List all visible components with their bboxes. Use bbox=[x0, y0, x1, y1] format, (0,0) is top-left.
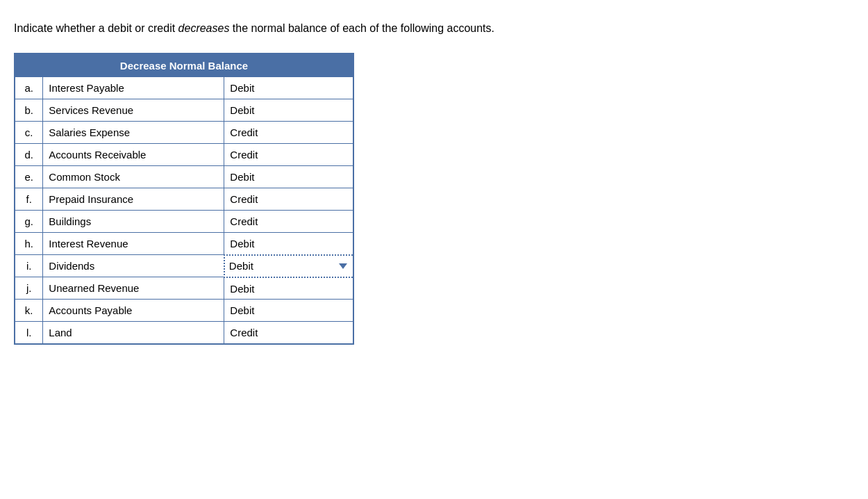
instruction-text: Indicate whether a debit or credit decre… bbox=[14, 21, 854, 36]
row-account: Prepaid Insurance bbox=[43, 188, 224, 211]
row-account: Land bbox=[43, 322, 224, 345]
row-letter: a. bbox=[15, 77, 43, 99]
row-value: Debit bbox=[224, 233, 353, 255]
row-account: Services Revenue bbox=[43, 99, 224, 122]
row-account: Interest Revenue bbox=[43, 233, 224, 255]
table-row: g.BuildingsCredit bbox=[15, 211, 353, 233]
row-letter: c. bbox=[15, 122, 43, 144]
row-account: Dividends bbox=[43, 255, 224, 277]
table-row: j.Unearned RevenueDebit bbox=[15, 277, 353, 300]
row-account: Common Stock bbox=[43, 166, 224, 188]
main-table-container: Decrease Normal Balance a.Interest Payab… bbox=[14, 53, 354, 345]
row-account: Unearned Revenue bbox=[43, 277, 224, 300]
row-letter: d. bbox=[15, 144, 43, 166]
row-value: Debit bbox=[224, 99, 353, 122]
table-header: Decrease Normal Balance bbox=[15, 54, 353, 77]
row-letter: i. bbox=[15, 255, 43, 277]
table-row: a.Interest PayableDebit bbox=[15, 77, 353, 99]
row-letter: h. bbox=[15, 233, 43, 255]
row-value-text: Debit bbox=[229, 260, 253, 272]
table-row: d.Accounts ReceivableCredit bbox=[15, 144, 353, 166]
table-row: k.Accounts PayableDebit bbox=[15, 300, 353, 322]
table-row: e.Common StockDebit bbox=[15, 166, 353, 188]
table-row: b.Services RevenueDebit bbox=[15, 99, 353, 122]
row-value[interactable]: Debit bbox=[224, 255, 353, 277]
row-value: Debit bbox=[224, 77, 353, 99]
row-value: Credit bbox=[224, 322, 353, 345]
row-value: Credit bbox=[224, 211, 353, 233]
row-letter: b. bbox=[15, 99, 43, 122]
row-letter: l. bbox=[15, 322, 43, 345]
row-value: Debit bbox=[224, 166, 353, 188]
row-value: Credit bbox=[224, 144, 353, 166]
row-account: Accounts Payable bbox=[43, 300, 224, 322]
dropdown-arrow-icon[interactable] bbox=[337, 261, 349, 272]
row-value: Debit bbox=[224, 277, 353, 300]
table-row: c.Salaries ExpenseCredit bbox=[15, 122, 353, 144]
table-row: f.Prepaid InsuranceCredit bbox=[15, 188, 353, 211]
row-letter: e. bbox=[15, 166, 43, 188]
table-row: h.Interest RevenueDebit bbox=[15, 233, 353, 255]
row-letter: g. bbox=[15, 211, 43, 233]
row-account: Salaries Expense bbox=[43, 122, 224, 144]
row-value: Debit bbox=[224, 300, 353, 322]
row-account: Buildings bbox=[43, 211, 224, 233]
row-letter: k. bbox=[15, 300, 43, 322]
row-account: Interest Payable bbox=[43, 77, 224, 99]
row-value: Credit bbox=[224, 122, 353, 144]
normal-balance-table: Decrease Normal Balance a.Interest Payab… bbox=[14, 53, 354, 345]
row-letter: f. bbox=[15, 188, 43, 211]
row-value: Credit bbox=[224, 188, 353, 211]
table-row: i.DividendsDebit bbox=[15, 255, 353, 277]
table-row: l.LandCredit bbox=[15, 322, 353, 345]
row-letter: j. bbox=[15, 277, 43, 300]
row-account: Accounts Receivable bbox=[43, 144, 224, 166]
